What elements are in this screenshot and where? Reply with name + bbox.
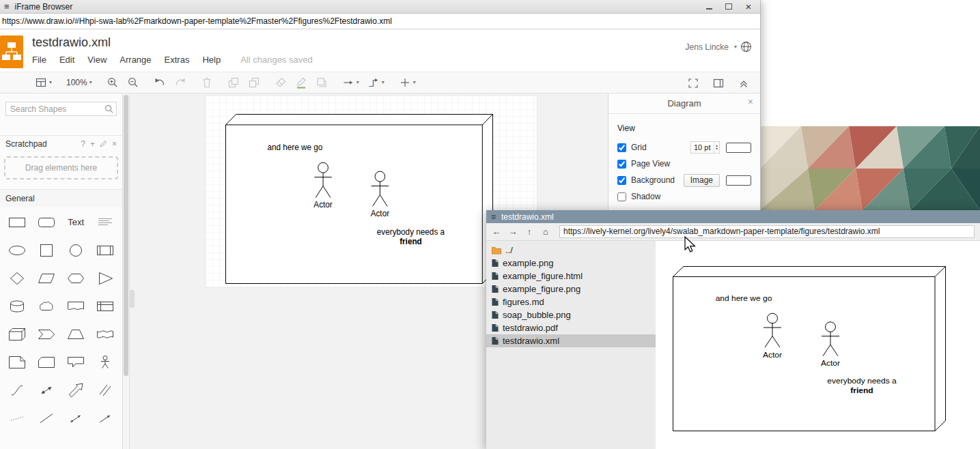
shadow-button[interactable] (312, 74, 331, 91)
file-row-parent-dir[interactable]: ../ (486, 244, 656, 257)
caption-line1[interactable]: everybody needs a (377, 227, 445, 237)
shape-textbox[interactable] (91, 208, 120, 236)
background-image-button[interactable]: Image (684, 174, 720, 187)
shape-card[interactable] (31, 348, 61, 376)
menu-extras[interactable]: Extras (165, 55, 190, 65)
spinner-down-icon[interactable]: ▾ (716, 147, 718, 151)
shape-tape[interactable] (91, 320, 120, 348)
shape-curve[interactable] (2, 376, 31, 404)
edit-scratchpad-icon[interactable] (100, 140, 107, 147)
shape-arrow[interactable] (61, 376, 91, 404)
shape-directional-connector[interactable] (91, 404, 120, 432)
format-panel-toggle-button[interactable] (709, 74, 728, 92)
help-icon[interactable]: ? (81, 140, 85, 148)
window-titlebar[interactable]: ≡ iFrame Browser × (0, 0, 760, 14)
insert-button[interactable]: ▾ (395, 74, 419, 91)
language-globe-icon[interactable] (740, 41, 752, 53)
line-color-button[interactable] (292, 74, 311, 91)
zoom-out-button[interactable] (124, 74, 143, 91)
page-view-button[interactable]: ▾ (31, 74, 55, 91)
shape-ellipse[interactable] (2, 236, 31, 264)
file-row[interactable]: example_figure.html (486, 270, 656, 283)
fullscreen-button[interactable] (684, 74, 703, 92)
menu-help[interactable]: Help (202, 55, 221, 65)
shape-diamond[interactable] (2, 264, 31, 292)
waypoint-style-button[interactable]: ▾ (364, 74, 388, 91)
shape-triangle[interactable] (91, 264, 120, 292)
to-front-button[interactable] (224, 74, 243, 91)
scratchpad-drop-area[interactable]: Drag elements here (4, 156, 118, 179)
file-row[interactable]: example.png (486, 257, 656, 270)
shape-link[interactable] (91, 376, 120, 404)
menu-view[interactable]: View (87, 55, 107, 65)
redo-button[interactable] (171, 74, 190, 91)
fill-color-button[interactable] (271, 74, 290, 91)
shape-cloud[interactable] (31, 292, 61, 320)
shape-note[interactable] (2, 348, 31, 376)
to-back-button[interactable] (244, 74, 264, 91)
sidebar-scrollbar[interactable] (123, 93, 130, 449)
shape-process[interactable] (91, 236, 120, 264)
menu-file[interactable]: File (32, 55, 46, 65)
shape-text[interactable]: Text (61, 208, 91, 236)
close-button[interactable]: × (744, 2, 753, 12)
shape-rounded-rectangle[interactable] (31, 208, 61, 236)
grid-size-input[interactable]: 10 pt ▴ ▾ (690, 141, 720, 154)
zoom-in-button[interactable] (103, 74, 122, 91)
file-row[interactable]: figures.md (486, 295, 656, 308)
shape-cylinder[interactable] (2, 292, 31, 320)
file-row[interactable]: soap_bubble.png (486, 308, 656, 321)
window-menu-icon[interactable]: ≡ (4, 2, 10, 11)
shape-hexagon[interactable] (61, 264, 91, 292)
window-menu-icon[interactable]: ≡ (491, 213, 496, 221)
forward-button[interactable]: → (508, 227, 518, 236)
sidebar-scrollbar-thumb[interactable] (124, 95, 128, 376)
up-button[interactable]: ↑ (524, 227, 534, 236)
sidebar-collapse-handle[interactable] (130, 290, 135, 308)
shape-parallelogram[interactable] (31, 264, 61, 292)
tab-diagram[interactable]: Diagram (667, 98, 701, 108)
maximize-button[interactable] (724, 2, 733, 12)
grid-checkbox[interactable] (617, 143, 626, 152)
collapse-toolbar-button[interactable] (734, 74, 753, 92)
shape-step[interactable] (31, 320, 61, 348)
cube-label[interactable]: and here we go (267, 143, 322, 152)
shape-internal-storage[interactable] (91, 292, 120, 320)
file-browser-url-field[interactable]: https://lively-kernel.org/lively4/swalab… (559, 225, 975, 238)
close-scratchpad-icon[interactable]: × (112, 140, 117, 148)
menu-edit[interactable]: Edit (59, 55, 74, 65)
connection-style-button[interactable]: ▾ (339, 74, 363, 91)
shape-document[interactable] (61, 292, 91, 320)
page-view-checkbox[interactable] (617, 160, 626, 169)
shape-bidirectional-arrow[interactable] (31, 376, 61, 404)
actor-1-label[interactable]: Actor (313, 200, 332, 209)
format-panel-close-icon[interactable]: × (748, 97, 753, 106)
shadow-checkbox[interactable] (617, 192, 626, 201)
menu-arrange[interactable]: Arrange (120, 55, 151, 65)
background-color-swatch[interactable] (726, 175, 751, 186)
back-button[interactable]: ← (492, 227, 501, 236)
file-row[interactable]: example_figure.png (486, 283, 656, 295)
shape-bidirectional-connector[interactable] (61, 404, 91, 432)
minimize-button[interactable] (704, 2, 714, 12)
zoom-select[interactable]: 100% ▾ (63, 74, 96, 91)
search-input[interactable] (5, 102, 117, 116)
undo-button[interactable] (150, 74, 169, 91)
shape-dashed-line[interactable] (2, 404, 31, 432)
file-row-selected[interactable]: testdrawio.xml (486, 334, 656, 347)
actor-2-label[interactable]: Actor (371, 209, 389, 218)
shape-line[interactable] (31, 404, 61, 432)
shape-square[interactable] (31, 236, 61, 264)
shape-circle[interactable] (61, 236, 91, 264)
search-icon[interactable] (104, 104, 113, 113)
user-menu[interactable]: Jens Lincke ▾ (686, 41, 752, 53)
add-to-scratchpad-icon[interactable]: + (90, 140, 95, 148)
browser-url-bar[interactable]: https://www.draw.io/#Hhpi-swa-lab%2Fmark… (0, 14, 760, 29)
shape-rectangle[interactable] (2, 208, 31, 236)
cube-shape[interactable] (225, 114, 492, 283)
user-name[interactable]: Jens Lincke (686, 42, 729, 52)
shape-trapezoid[interactable] (61, 320, 91, 348)
background-checkbox[interactable] (617, 176, 626, 185)
home-button[interactable]: ⌂ (541, 227, 550, 236)
shape-callout[interactable] (61, 348, 91, 376)
